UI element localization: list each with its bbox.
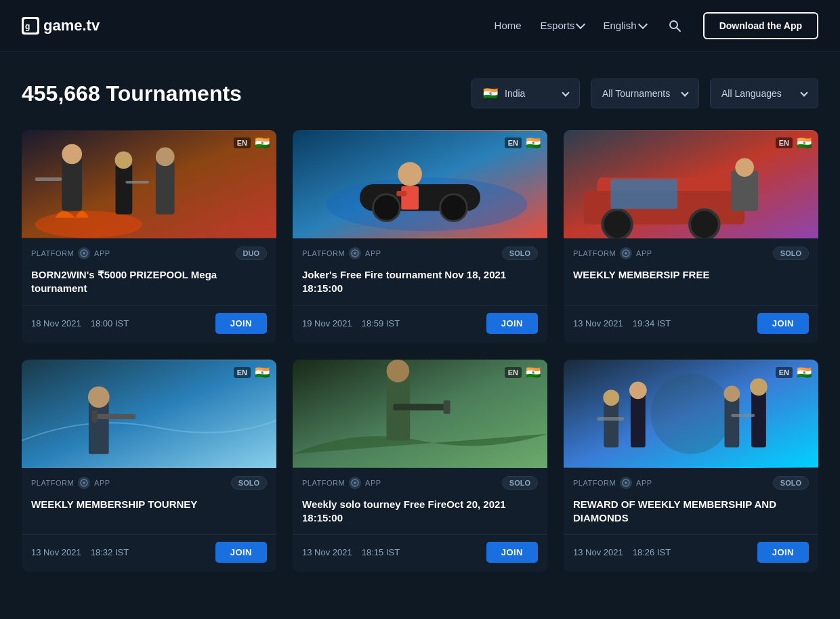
lang-badge: EN <box>505 367 522 378</box>
card-date: 13 Nov 2021 <box>302 547 352 557</box>
svg-point-35 <box>625 252 627 255</box>
card-time: 18:15 IST <box>362 547 400 557</box>
card-title: Weekly solo tourney Free FireOct 20, 202… <box>293 494 547 535</box>
join-button[interactable]: JOIN <box>486 542 538 563</box>
card-title: WEEKLY MEMBERSIP FREE <box>564 264 818 297</box>
platform-label: PLATFORM <box>31 479 74 487</box>
nav-language[interactable]: English <box>603 20 646 31</box>
flag-badge: 🇮🇳 <box>797 137 812 149</box>
mode-badge: SOLO <box>502 476 538 490</box>
flag-badge: 🇮🇳 <box>255 137 270 149</box>
svg-rect-12 <box>35 177 62 181</box>
search-icon <box>668 19 681 33</box>
svg-text:g: g <box>25 22 30 31</box>
card-title: BORN2WIN's ₹5000 PRIZEPOOL Mega tourname… <box>22 264 276 305</box>
svg-point-5 <box>35 211 142 238</box>
lang-badge: EN <box>234 367 251 378</box>
tournament-card: EN 🇮🇳 PLATFORM APP SOLO WEEKLY MEMBERSIP… <box>564 130 818 343</box>
tournament-type-chevron-icon <box>681 89 688 96</box>
mode-badge: SOLO <box>773 247 809 260</box>
svg-rect-31 <box>610 179 677 209</box>
filters-group: 🇮🇳 India All Tournaments All Languages <box>471 79 818 108</box>
card-image-container: EN 🇮🇳 <box>22 360 276 468</box>
flag-badge: 🇮🇳 <box>526 137 541 149</box>
nav-home[interactable]: Home <box>495 20 522 31</box>
lang-badge: EN <box>234 137 251 148</box>
app-label: APP <box>636 479 652 487</box>
country-select-text: India <box>505 88 556 99</box>
tournament-cards-grid: EN 🇮🇳 PLATFORM APP DUO BORN2WIN's ₹5000 … <box>22 130 818 572</box>
join-button[interactable]: JOIN <box>215 313 267 334</box>
card-image-container: EN 🇮🇳 <box>564 360 818 468</box>
card-footer: 13 Nov 2021 19:34 IST JOIN <box>564 305 818 343</box>
app-label: APP <box>94 249 110 257</box>
platform-info: PLATFORM APP <box>573 247 652 259</box>
language-chevron-icon <box>800 89 807 96</box>
platform-info: PLATFORM APP <box>31 477 110 489</box>
flag-badge: 🇮🇳 <box>797 366 812 379</box>
lang-badge: EN <box>776 137 793 148</box>
nav-esports[interactable]: Esports <box>541 20 585 31</box>
flag-badge: 🇮🇳 <box>526 366 541 379</box>
card-title: REWARD OF WEEKLY MEMBERSHIP AND DIAMONDS <box>564 494 818 535</box>
svg-point-29 <box>602 210 632 238</box>
join-button[interactable]: JOIN <box>215 542 267 563</box>
app-label: APP <box>365 249 381 257</box>
country-filter[interactable]: 🇮🇳 India <box>471 79 580 108</box>
card-date: 13 Nov 2021 <box>573 318 623 328</box>
svg-point-15 <box>83 252 85 255</box>
date-time: 13 Nov 2021 18:26 IST <box>573 547 671 557</box>
svg-rect-22 <box>401 186 419 210</box>
svg-rect-38 <box>89 400 109 454</box>
svg-rect-23 <box>396 191 406 196</box>
search-button[interactable] <box>665 16 684 35</box>
svg-rect-8 <box>116 164 133 214</box>
card-time: 18:59 IST <box>362 318 400 328</box>
platform-label: PLATFORM <box>573 249 616 257</box>
mode-badge: SOLO <box>773 476 809 490</box>
platform-label: PLATFORM <box>302 479 345 487</box>
svg-rect-61 <box>597 417 624 420</box>
date-time: 13 Nov 2021 19:34 IST <box>573 318 671 328</box>
join-button[interactable]: JOIN <box>757 313 809 334</box>
card-footer: 13 Nov 2021 18:15 IST JOIN <box>293 534 547 572</box>
language-filter[interactable]: All Languages <box>710 79 818 108</box>
svg-rect-48 <box>444 400 450 414</box>
join-button[interactable]: JOIN <box>757 542 809 563</box>
svg-rect-6 <box>62 157 82 211</box>
flag-badge: 🇮🇳 <box>255 366 270 379</box>
platform-icon <box>78 247 90 259</box>
svg-point-7 <box>62 144 82 165</box>
platform-icon <box>78 477 90 489</box>
svg-rect-57 <box>724 397 739 447</box>
svg-rect-47 <box>393 404 446 410</box>
language-chevron-icon <box>638 20 648 29</box>
filters-row: 455,668 Tournaments 🇮🇳 India All Tournam… <box>22 79 818 108</box>
tournament-type-filter[interactable]: All Tournaments <box>591 79 699 108</box>
platform-icon <box>349 477 361 489</box>
svg-rect-40 <box>96 414 135 419</box>
date-time: 13 Nov 2021 18:15 IST <box>302 547 400 557</box>
tournament-count: 455,668 Tournaments <box>22 81 242 106</box>
card-meta: PLATFORM APP DUO <box>22 238 276 264</box>
card-date: 18 Nov 2021 <box>31 318 81 328</box>
logo[interactable]: g game.tv <box>22 17 100 35</box>
platform-icon <box>620 247 632 259</box>
platform-info: PLATFORM APP <box>31 247 110 259</box>
logo-text: game.tv <box>43 17 100 35</box>
card-title: WEEKLY MEMBERSHIP TOURNEY <box>22 494 276 526</box>
card-footer: 18 Nov 2021 18:00 IST JOIN <box>22 305 276 343</box>
logo-icon: g <box>22 17 39 35</box>
join-button[interactable]: JOIN <box>486 313 538 334</box>
svg-point-52 <box>651 373 732 454</box>
svg-point-25 <box>354 252 356 255</box>
platform-info: PLATFORM APP <box>302 477 381 489</box>
card-meta: PLATFORM APP SOLO <box>293 238 547 264</box>
card-badge-row: EN 🇮🇳 <box>505 137 541 149</box>
download-app-button[interactable]: Download the App <box>703 12 818 39</box>
card-title: Joker's Free Fire tournament Nov 18, 202… <box>293 264 547 305</box>
card-meta: PLATFORM APP SOLO <box>293 468 547 494</box>
tournament-card: EN 🇮🇳 PLATFORM APP DUO BORN2WIN's ₹5000 … <box>22 130 276 343</box>
svg-point-60 <box>750 378 768 396</box>
card-badge-row: EN 🇮🇳 <box>234 366 270 379</box>
